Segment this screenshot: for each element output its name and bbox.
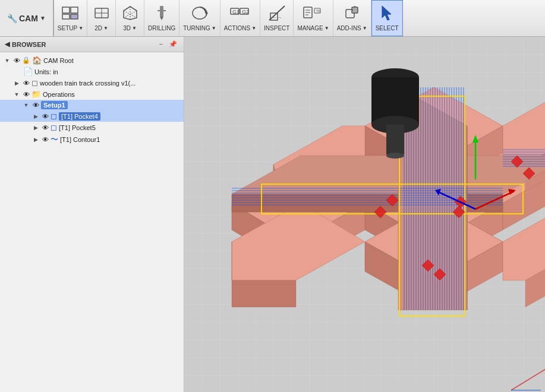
manage-tool-group[interactable]: % MANAGE▼ [294, 0, 333, 36]
contour1-eye-icon[interactable]: 👁 [42, 136, 49, 143]
manage-icon: % [303, 5, 324, 24]
model-eye-icon[interactable]: 👁 [23, 80, 30, 87]
inspect-label: INSPECT [264, 25, 289, 31]
3d-label: 3D▼ [123, 25, 137, 31]
cam-menu[interactable]: 🔧 CAM ▼ [0, 0, 54, 36]
model-label: wooden train track crossing v1(... [40, 80, 136, 87]
svg-rect-125 [386, 125, 404, 154]
3d-tool-group[interactable]: 3D▼ [116, 0, 144, 36]
svg-rect-3 [71, 14, 78, 19]
actions-tool-group[interactable]: G1 G2 ACTIONS▼ [220, 0, 260, 36]
addins-icon [341, 5, 363, 24]
setup1-label: Setup1 [41, 101, 68, 109]
turning-tool-group[interactable]: TURNING▼ [179, 0, 220, 36]
turning-icon [189, 5, 210, 24]
setup-arrow: ▼ [78, 26, 83, 31]
operations-icon: 📁 [31, 90, 41, 99]
svg-marker-12 [160, 17, 163, 20]
drilling-tool-group[interactable]: DRILLING [144, 0, 179, 36]
pocket5-label: [T1] Pocket5 [59, 124, 96, 131]
contour1-expander[interactable]: ▶ [31, 137, 40, 143]
cam-root-label: CAM Root [43, 57, 74, 64]
browser-expand-icon[interactable]: ◀ [5, 40, 10, 48]
turning-label: TURNING▼ [183, 25, 216, 31]
svg-rect-11 [160, 6, 163, 17]
select-tool-group[interactable]: SELECT [371, 0, 403, 36]
pocket4-eye-icon[interactable]: 👁 [42, 113, 49, 120]
toolbar: 🔧 CAM ▼ SETUP▼ 2D▼ [0, 0, 545, 37]
select-icon [379, 5, 395, 24]
setup1-expander[interactable]: ▼ [21, 102, 31, 108]
svg-text:G1: G1 [232, 9, 240, 15]
cam-root-lock-icon: 🔒 [22, 56, 30, 64]
svg-point-126 [386, 153, 404, 159]
operations-expander[interactable]: ▼ [12, 91, 21, 97]
pocket4-expander[interactable]: ▶ [31, 113, 40, 119]
cam-root-eye-icon[interactable]: 👁 [14, 57, 20, 64]
pocket5-eye-icon[interactable]: 👁 [42, 124, 49, 131]
inspect-icon: ←→ [268, 5, 286, 24]
units-icon: 📄 [23, 67, 33, 76]
tree-item-operations[interactable]: ▼ 👁 📁 Operations [0, 88, 184, 100]
addins-label: ADD-INS▼ [337, 25, 367, 31]
inspect-tool-group[interactable]: ←→ INSPECT [260, 0, 294, 36]
browser-controls: − 📌 [157, 40, 179, 49]
model-expander[interactable]: ▶ [12, 80, 21, 86]
svg-text:%: % [316, 8, 320, 14]
cam-root-icon: 🏠 [32, 56, 42, 65]
2d-label: 2D▼ [94, 25, 108, 31]
svg-rect-2 [62, 14, 70, 19]
cam-label: 🔧 CAM ▼ [7, 14, 46, 23]
svg-rect-1 [71, 7, 78, 13]
browser-tree: ▼ 👁 🔒 🏠 CAM Root 📄 Units: in ▶ 👁 ◻ woode… [0, 52, 184, 392]
manage-label: MANAGE▼ [297, 25, 329, 31]
cam-icon: 🔧 [7, 14, 17, 23]
setup1-eye-icon[interactable]: 👁 [33, 102, 39, 109]
viewport[interactable] [184, 37, 545, 392]
main-area: ◀ BROWSER − 📌 ▼ 👁 🔒 🏠 CAM Root 📄 Unit [0, 37, 545, 392]
svg-rect-0 [62, 7, 70, 13]
tree-item-setup1[interactable]: ▼ 👁 Setup1 [0, 100, 184, 110]
select-label: SELECT [376, 25, 399, 31]
2d-tool-group[interactable]: 2D▼ [87, 0, 116, 36]
svg-marker-7 [124, 7, 137, 20]
actions-icon: G1 G2 [229, 5, 251, 24]
contour1-type-icon: 〜 [51, 134, 58, 145]
browser-pin-btn[interactable]: 📌 [167, 40, 179, 49]
addins-tool-group[interactable]: ADD-INS▼ [333, 0, 371, 36]
operations-eye-icon[interactable]: 👁 [23, 91, 30, 98]
contour1-label: [T1] Contour1 [60, 136, 100, 143]
3d-scene [184, 37, 545, 392]
operations-label: Operations [43, 91, 75, 98]
units-label: Units: in [34, 68, 58, 75]
browser-title: ◀ BROWSER [5, 40, 46, 48]
browser-panel: ◀ BROWSER − 📌 ▼ 👁 🔒 🏠 CAM Root 📄 Unit [0, 37, 184, 392]
drilling-label: DRILLING [148, 25, 175, 31]
setup-label: SETUP▼ [58, 25, 83, 31]
cam-dropdown-arrow: ▼ [40, 15, 46, 21]
2d-icon [93, 5, 111, 24]
tree-item-pocket5[interactable]: ▶ 👁 ◻ [T1] Pocket5 [0, 122, 184, 133]
tree-item-cam-root[interactable]: ▼ 👁 🔒 🏠 CAM Root [0, 55, 184, 66]
svg-marker-34 [382, 6, 391, 20]
units-expander [12, 69, 21, 75]
svg-text:G2: G2 [242, 9, 249, 15]
setup-icon [61, 5, 79, 24]
setup-tool-group[interactable]: SETUP▼ [54, 0, 87, 36]
pocket4-type-icon: ◻ [51, 112, 57, 121]
browser-header: ◀ BROWSER − 📌 [0, 37, 184, 52]
3d-icon [121, 5, 139, 24]
pocket5-type-icon: ◻ [51, 123, 57, 132]
tree-item-contour1[interactable]: ▶ 👁 〜 [T1] Contour1 [0, 133, 184, 146]
pocket4-label: [T1] Pocket4 [59, 112, 100, 121]
drilling-icon [153, 5, 171, 24]
pocket5-expander[interactable]: ▶ [31, 125, 40, 131]
browser-collapse-btn[interactable]: − [157, 40, 165, 49]
actions-label: ACTIONS▼ [224, 25, 256, 31]
svg-text:←→: ←→ [272, 15, 282, 20]
tree-item-model[interactable]: ▶ 👁 ◻ wooden train track crossing v1(... [0, 77, 184, 88]
tree-item-pocket4[interactable]: ▶ 👁 ◻ [T1] Pocket4 [0, 110, 184, 122]
model-icon: ◻ [31, 78, 38, 87]
cam-root-expander[interactable]: ▼ [2, 58, 12, 64]
tree-item-units[interactable]: 📄 Units: in [0, 66, 184, 77]
